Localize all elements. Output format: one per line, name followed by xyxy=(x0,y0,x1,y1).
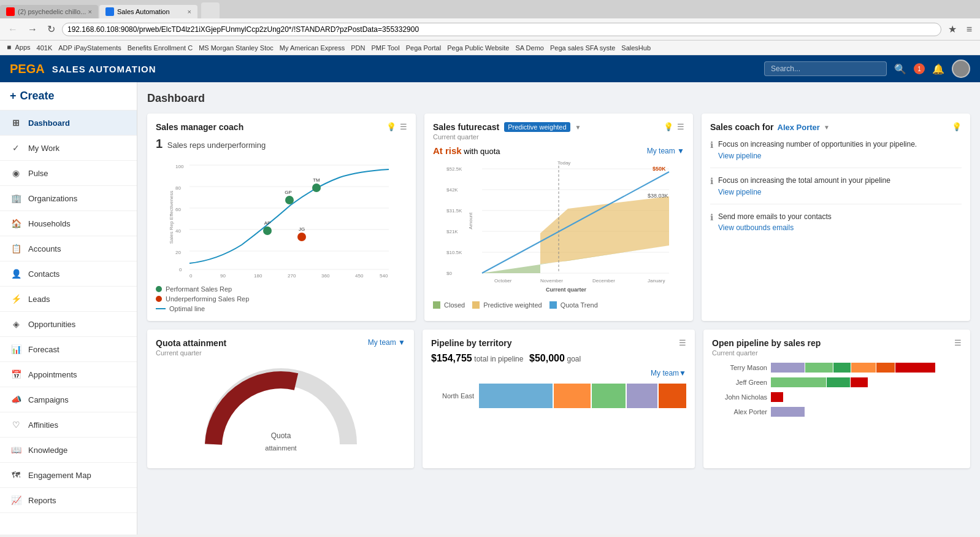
quota-team-selector[interactable]: My team ▼ xyxy=(368,338,405,347)
bookmark-sa-demo[interactable]: SA Demo xyxy=(515,44,543,52)
territory-bar-group xyxy=(479,384,686,408)
bookmark-pega-portal[interactable]: Pega Portal xyxy=(406,44,441,52)
lightbulb-icon[interactable]: 💡 xyxy=(386,122,396,131)
sidebar-item-mywork[interactable]: ✓ My Work xyxy=(0,136,137,161)
open-pipeline-menu-icon[interactable]: ☰ xyxy=(954,338,962,347)
svg-text:Quota: Quota xyxy=(270,431,291,440)
bookmark-saleshub[interactable]: SalesHub xyxy=(621,44,651,52)
browser-tab-inactive[interactable]: (2) psychedelic chillo... × xyxy=(0,5,98,18)
my-team-selector[interactable]: My team ▼ xyxy=(647,147,684,155)
tab-close-active[interactable]: × xyxy=(188,8,191,15)
bookmark-pega-public[interactable]: Pega Public Website xyxy=(447,44,509,52)
bookmark-pmf[interactable]: PMF Tool xyxy=(371,44,399,52)
pipeline-goal-label: goal xyxy=(567,355,581,363)
svg-text:60: 60 xyxy=(175,207,181,212)
optimal-line xyxy=(156,308,166,309)
jeff-bar-2 xyxy=(827,377,850,387)
sidebar-item-knowledge[interactable]: 📖 Knowledge xyxy=(0,438,137,463)
svg-text:November: November xyxy=(540,278,563,284)
sidebar-item-organizations[interactable]: 🏢 Organizations xyxy=(0,186,137,211)
sales-manager-coach-card: Sales manager coach 💡 ☰ 1 Sales reps und… xyxy=(147,114,416,321)
sidebar-item-engagementmap[interactable]: 🗺 Engagement Map xyxy=(0,463,137,488)
search-icon[interactable]: 🔍 xyxy=(894,63,906,75)
futurecast-actions[interactable]: 💡 ☰ xyxy=(664,122,684,131)
futurecast-dropdown-icon[interactable]: ▼ xyxy=(575,124,581,131)
bookmark-401k[interactable]: 401K xyxy=(37,44,53,52)
new-tab-button[interactable] xyxy=(201,2,220,18)
pipeline-row-jeff: Jeff Green xyxy=(712,377,962,387)
coach-text-3: Send more emails to your contacts xyxy=(718,212,832,222)
terry-bar-1 xyxy=(771,363,805,373)
quota-team-dropdown-icon: ▼ xyxy=(398,338,405,347)
pipeline-territory-card: Pipeline by territory ☰ $154,755 total i… xyxy=(423,330,695,468)
refresh-button[interactable]: ↻ xyxy=(44,22,58,36)
sidebar-label-knowledge: Knowledge xyxy=(28,446,67,455)
sidebar-item-opportunities[interactable]: ◈ Opportunities xyxy=(0,312,137,337)
menu-button[interactable]: ≡ xyxy=(963,23,975,36)
sidebar-label-appointments: Appointments xyxy=(28,370,77,379)
open-pipeline-header: Open pipeline by sales rep Current quart… xyxy=(712,338,962,357)
bookmark-apps[interactable]: ◾ Apps xyxy=(5,44,31,52)
bookmarks-bar: ◾ Apps 401K ADP iPayStatements Benefits … xyxy=(0,41,980,55)
bookmark-adp[interactable]: ADP iPayStatements xyxy=(58,44,121,52)
sidebar-item-pulse[interactable]: ◉ Pulse xyxy=(0,161,137,186)
coach-dropdown-icon[interactable]: ▼ xyxy=(824,124,830,131)
territory-bar-3 xyxy=(592,384,626,408)
user-avatar[interactable] xyxy=(952,60,970,78)
back-button[interactable]: ← xyxy=(5,23,21,36)
futurecast-lightbulb-icon[interactable]: 💡 xyxy=(664,122,673,131)
territory-bar-5 xyxy=(659,384,686,408)
forward-button[interactable]: → xyxy=(25,23,40,36)
sidebar-item-reports[interactable]: 📈 Reports xyxy=(0,488,137,513)
bookmark-pdn[interactable]: PDN xyxy=(351,44,365,52)
tab-close-inactive[interactable]: × xyxy=(88,8,92,15)
coach-link-1[interactable]: View pipeline xyxy=(718,152,917,160)
notification-badge[interactable]: 1 xyxy=(914,63,925,74)
star-button[interactable]: ★ xyxy=(945,22,960,36)
sidebar-item-dashboard[interactable]: ⊞ Dashboard xyxy=(0,110,137,136)
svg-text:AP: AP xyxy=(264,220,271,226)
quota-attainment-subtitle: Current quarter xyxy=(156,349,226,357)
url-bar[interactable] xyxy=(62,23,941,36)
svg-text:$10.5K: $10.5K xyxy=(446,250,462,255)
sidebar-item-accounts[interactable]: 📋 Accounts xyxy=(0,236,137,261)
sales-manager-coach-title: Sales manager coach xyxy=(156,122,243,132)
sidebar-item-households[interactable]: 🏠 Households xyxy=(0,211,137,236)
bookmark-benefits[interactable]: Benefits Enrollment C xyxy=(128,44,193,52)
sidebar-item-appointments[interactable]: 📅 Appointments xyxy=(0,362,137,387)
bookmark-amex[interactable]: My American Express xyxy=(280,44,345,52)
pipeline-team-selector[interactable]: My team ▼ xyxy=(431,369,686,377)
notification-bell-icon[interactable]: 🔔 xyxy=(932,63,944,75)
coach-lightbulb-icon[interactable]: 💡 xyxy=(952,122,962,131)
quota-team-label: My team xyxy=(368,338,396,347)
predictive-weighted-badge[interactable]: Predictive weighted xyxy=(504,122,570,132)
open-pipeline-subtitle: Current quarter xyxy=(712,349,821,357)
menu-dots-icon[interactable]: ☰ xyxy=(400,122,407,131)
create-button[interactable]: + Create xyxy=(0,82,137,110)
pipeline-territory-menu-icon[interactable]: ☰ xyxy=(679,338,686,347)
coach-item-2: ℹ Focus on increasing the total amount i… xyxy=(710,176,962,204)
legend-quota-trend: Quota Trend xyxy=(549,301,598,309)
sidebar-item-leads[interactable]: ⚡ Leads xyxy=(0,287,137,312)
my-team-label: My team xyxy=(647,147,675,155)
sales-coach-person[interactable]: Alex Porter xyxy=(778,123,820,132)
browser-tab-active[interactable]: Sales Automation × xyxy=(99,5,197,18)
sidebar-item-contacts[interactable]: 👤 Contacts xyxy=(0,261,137,287)
households-icon: 🏠 xyxy=(10,217,22,230)
sidebar-item-forecast[interactable]: 📊 Forecast xyxy=(0,337,137,362)
coach-text-2: Focus on increasing the total amount in … xyxy=(718,176,890,186)
scatter-chart-svg: 100 80 60 40 20 0 Sales Rep Effectivenes… xyxy=(156,156,407,279)
svg-text:attainment: attainment xyxy=(265,444,296,452)
territory-bar-2 xyxy=(554,384,591,408)
svg-text:GP: GP xyxy=(285,190,292,195)
coach-link-3[interactable]: View outbounds emails xyxy=(718,223,832,232)
sidebar-item-affinities[interactable]: ♡ Affinities xyxy=(0,412,137,438)
coach-link-2[interactable]: View pipeline xyxy=(718,188,890,196)
sales-manager-coach-actions[interactable]: 💡 ☰ xyxy=(386,122,407,131)
quota-attainment-title: Quota attainment xyxy=(156,338,226,348)
futurecast-menu-icon[interactable]: ☰ xyxy=(677,122,684,131)
bookmark-ms[interactable]: MS Morgan Stanley Stoc xyxy=(199,44,274,52)
search-input[interactable] xyxy=(764,61,887,76)
bookmark-pega-sfa[interactable]: Pega sales SFA syste xyxy=(550,44,615,52)
sidebar-item-campaigns[interactable]: 📣 Campaigns xyxy=(0,387,137,412)
